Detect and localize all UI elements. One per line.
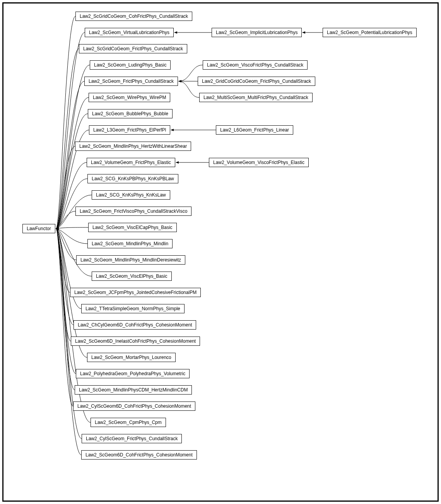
node-n15[interactable]: Law2_VolumeGeom_FrictPhys_Elastic <box>87 158 175 167</box>
node-n21[interactable]: Law2_ScGeom_MindlinPhys_Mindlin <box>87 239 173 248</box>
node-n2[interactable]: Law2_ScGeom_ImplicitLubricationPhys <box>212 28 302 37</box>
node-n10[interactable]: Law2_MultiScGeom_MultiFrictPhys_CundallS… <box>199 93 313 102</box>
node-n11[interactable]: Law2_ScGeom_BubblePhys_Bubble <box>88 109 173 118</box>
node-n25[interactable]: Law2_TTetraSimpleGeom_NormPhys_Simple <box>81 304 185 313</box>
node-n28[interactable]: Law2_ScGeom_MortarPhys_Lourenco <box>87 353 176 362</box>
node-n12[interactable]: Law2_L3Geom_FrictPhys_ElPerfPl <box>89 125 170 135</box>
node-n1[interactable]: Law2_ScGeom_VirtualLubricationPhys <box>85 28 174 37</box>
node-n30[interactable]: Law2_ScGeom_MindlinPhysCDM_HertzMindlinC… <box>75 385 192 395</box>
node-n17[interactable]: Law2_SCG_KnKsPBPhys_KnKsPBLaw <box>87 174 178 183</box>
node-n16[interactable]: Law2_VolumeGeom_ViscoFrictPhys_Elastic <box>209 158 309 167</box>
node-n6[interactable]: Law2_ScGeom_ViscoFrictPhys_CundallStrack <box>203 60 308 70</box>
node-n3[interactable]: Law2_ScGeom_PotentialLubricationPhys <box>323 28 417 37</box>
node-n23[interactable]: Law2_ScGeom_ViscElPhys_Basic <box>92 272 172 281</box>
node-n0[interactable]: Law2_ScGridCoGeom_CohFrictPhys_CundallSt… <box>75 12 192 21</box>
node-n9[interactable]: Law2_ScGeom_WirePhys_WirePM <box>89 93 170 102</box>
node-n13[interactable]: Law2_L6Geom_FrictPhys_Linear <box>216 125 293 135</box>
node-n19[interactable]: Law2_ScGeom_FrictViscoPhys_CundallStrack… <box>75 207 191 216</box>
node-n33[interactable]: Law2_CylScGeom_FrictPhys_CundallStrack <box>82 434 182 443</box>
node-n29[interactable]: Law2_PolyhedraGeom_PolyhedraPhys_Volumet… <box>76 369 190 378</box>
node-n4[interactable]: Law2_ScGridCoGeom_FrictPhys_CundallStrac… <box>79 44 187 53</box>
node-n7[interactable]: Law2_ScGeom_FrictPhys_CundallStrack <box>84 77 178 86</box>
node-n34[interactable]: Law2_ScGeom6D_CohFrictPhys_CohesionMomen… <box>81 450 197 460</box>
node-n8[interactable]: Law2_GridCoGridCoGeom_FrictPhys_CundallS… <box>198 77 315 86</box>
node-n32[interactable]: Law2_ScGeom_CpmPhys_Cpm <box>91 418 166 427</box>
node-n18[interactable]: Law2_SCG_KnKsPhys_KnKsLaw <box>92 190 170 200</box>
node-n22[interactable]: Law2_ScGeom_MindlinPhys_MindlinDeresiewi… <box>76 255 185 265</box>
node-n24[interactable]: Law2_ScGeom_JCFpmPhys_JointedCohesiveFri… <box>70 288 201 297</box>
node-n14[interactable]: Law2_ScGeom_MindlinPhys_HertzWithLinearS… <box>75 142 191 151</box>
node-n26[interactable]: Law2_ChCylGeom6D_CohFrictPhys_CohesionMo… <box>74 320 196 330</box>
node-n5[interactable]: Law2_ScGeom_LudingPhys_Basic <box>90 60 171 70</box>
node-n31[interactable]: Law2_CylScGeom6D_CohFrictPhys_CohesionMo… <box>73 401 195 411</box>
node-n20[interactable]: Law2_ScGeom_ViscElCapPhys_Basic <box>88 223 177 232</box>
node-n27[interactable]: Law2_ScGeom6D_InelastCohFrictPhys_Cohesi… <box>71 337 200 346</box>
node-lawfunctor[interactable]: LawFunctor <box>22 224 55 233</box>
